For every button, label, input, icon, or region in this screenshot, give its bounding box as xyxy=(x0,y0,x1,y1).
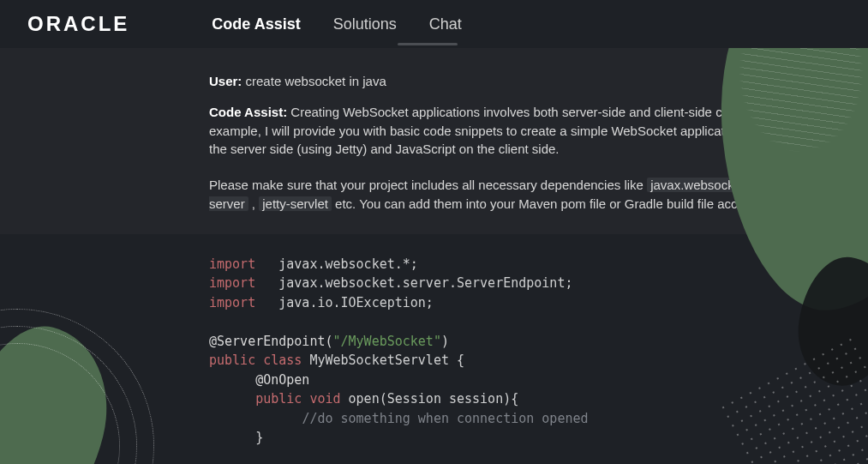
deps-sep1: , xyxy=(769,178,781,192)
kw-import-3: import xyxy=(209,295,255,310)
nav-chat[interactable]: Chat xyxy=(429,15,462,33)
ann-onopen: @OnOpen xyxy=(255,372,309,388)
import-2: javax.websocket.server.ServerEndpoint; xyxy=(278,275,572,291)
deps-sep2: , xyxy=(248,196,260,211)
nav-code-assist[interactable]: Code Assist xyxy=(212,15,300,33)
header: ORACLE Code Assist Solutions Chat xyxy=(0,0,868,48)
kw-public-cls: public xyxy=(209,353,255,368)
ann-server-endpoint-post: ) xyxy=(441,334,449,349)
open-comment: //do something when connection opened xyxy=(302,411,588,426)
brand-logo[interactable]: ORACLE xyxy=(27,12,129,36)
user-message: create websocket in java xyxy=(246,74,386,88)
dep-3: jetty-servlet xyxy=(259,196,332,211)
main-nav: Code Assist Solutions Chat xyxy=(212,15,461,33)
user-line: User: create websocket in java xyxy=(209,72,834,91)
assist-label: Code Assist: xyxy=(209,105,287,119)
open-close-brace: } xyxy=(255,430,263,445)
deps-line: Please make sure that your project inclu… xyxy=(209,176,834,214)
kw-class: class xyxy=(263,353,302,368)
assist-message: Creating WebSocket applications involves… xyxy=(209,105,824,157)
user-label: User: xyxy=(209,74,242,88)
kw-import-1: import xyxy=(209,256,255,272)
import-1: javax.websocket.*; xyxy=(278,256,418,272)
import-3: java.io.IOException; xyxy=(278,295,434,310)
ann-server-endpoint-pre: @ServerEndpoint( xyxy=(209,334,333,349)
nav-solutions[interactable]: Solutions xyxy=(333,15,397,33)
code-block: import javax.websocket.*; import javax.w… xyxy=(0,234,868,465)
nav-underline xyxy=(398,43,458,45)
deps-post: etc. You can add them into your Maven po… xyxy=(332,196,785,211)
ann-server-endpoint-str: "/MyWebSocket" xyxy=(333,334,441,349)
class-name: MyWebSocketServlet { xyxy=(302,353,464,368)
kw-public-open: public xyxy=(255,391,302,407)
assist-line: Code Assist: Creating WebSocket applicat… xyxy=(209,103,834,159)
dep-1: javax.websocket-api xyxy=(647,178,769,192)
chat-exchange: User: create websocket in java Code Assi… xyxy=(0,48,868,234)
kw-import-2: import xyxy=(209,275,255,291)
open-sig: open(Session session){ xyxy=(341,391,519,407)
kw-void-open: void xyxy=(309,391,340,407)
deps-pre: Please make sure that your project inclu… xyxy=(209,178,647,192)
